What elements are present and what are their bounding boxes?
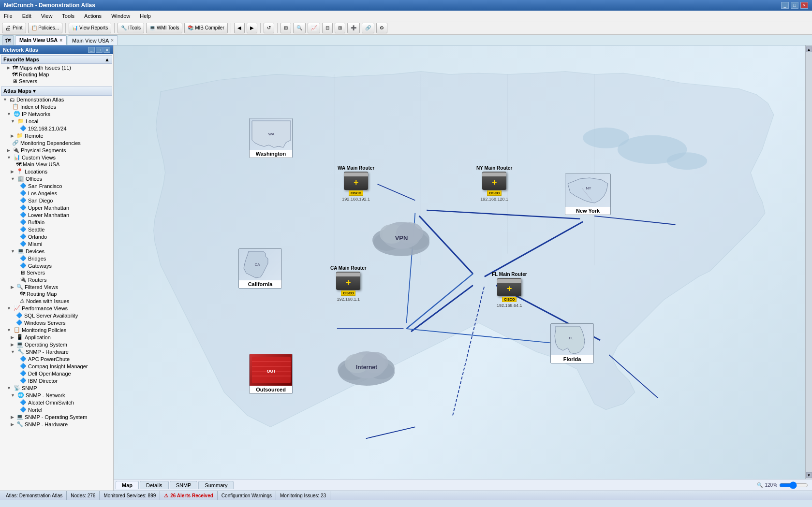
print-button[interactable]: 🖨 Print [2,23,26,33]
tab-details[interactable]: Details [140,481,169,489]
tab-close-1[interactable]: × [59,38,62,43]
close-button[interactable]: × [800,2,808,9]
tree-physical-segments[interactable]: ▶ 🔌 Physical Segments [1,146,112,154]
tab-close-2[interactable]: × [111,38,114,43]
refresh-button[interactable]: ↺ [264,23,274,33]
tree-apc[interactable]: 🔷 APC PowerChute [1,355,112,362]
tree-snmp-hardware[interactable]: ▼ 🔧 SNMP - Hardware [1,348,112,355]
tree-performance-views[interactable]: ▼ 📈 Performance Views [1,304,112,312]
tree-lower-manhattan[interactable]: 🔷 Lower Manhattan [1,211,112,218]
menu-actions[interactable]: Actions [82,12,103,20]
back-button[interactable]: ◀ [234,23,245,33]
tree-local[interactable]: ▼ 📁 Local [1,117,112,125]
tree-remote[interactable]: ▶ 📁 Remote [1,132,112,139]
tree-san-francisco[interactable]: 🔷 San Francisco [1,182,112,189]
tab-snmp[interactable]: SNMP [170,481,198,489]
tree-gateways[interactable]: 🔷 Gateways [1,262,112,269]
fl-router[interactable]: FL Main Router + CISCO 192.168.64.1 [492,272,527,308]
tree-subnet[interactable]: 🔷 192.168.21.0/24 [1,125,112,132]
washington-node[interactable]: WA Washington [249,118,293,158]
tree-index-nodes[interactable]: 📋 Index of Nodes [1,103,112,110]
tab-main-view-usa-2[interactable]: Main View USA × [68,35,118,45]
view-reports-button[interactable]: 📊 View Reports [69,23,111,33]
tree-ip-networks[interactable]: ▼ 🌐 IP Networks [1,110,112,117]
zoom-slider[interactable] [779,482,808,488]
link-button[interactable]: 🔗 [362,23,374,33]
menu-window[interactable]: Window [109,12,132,20]
menu-edit[interactable]: Edit [20,12,33,20]
maximize-button[interactable]: □ [791,2,798,9]
tree-custom-views[interactable]: ▼ 📊 Custom Views [1,154,112,161]
section-atlas-maps[interactable]: Atlas Maps ▾ [1,87,112,96]
tab-main-view-usa-1[interactable]: Main View USA × [15,35,67,45]
select-button[interactable]: ⊞ [281,23,291,33]
ca-router[interactable]: CA Main Router + CISCO 192.168.1.1 [330,265,367,302]
map-canvas[interactable]: WA Washington CA California [114,45,812,479]
tree-servers-item[interactable]: 🖥 Servers [1,269,112,276]
tree-routing-map-2[interactable]: 🗺 Routing Map [1,290,112,297]
wmi-tools-button[interactable]: 💻 WMI Tools [146,23,182,33]
tree-maps-with-issues[interactable]: ▶ 🗺 Maps with Issues (11) [1,64,112,71]
tree-ibm[interactable]: 🔷 IBM Director [1,377,112,384]
menu-tools[interactable]: Tools [60,12,76,20]
tree-monitoring-policies[interactable]: ▼ 📋 Monitoring Policies [1,326,112,333]
tree-orlando[interactable]: 🔷 Orlando [1,233,112,240]
tree-buffalo[interactable]: 🔷 Buffalo [1,218,112,226]
itools-button[interactable]: 🔧 ITools [118,23,144,33]
panel-minimize[interactable]: _ [88,47,95,53]
tree-sql-server[interactable]: 🔷 SQL Server Availability [1,312,112,319]
tree-upper-manhattan[interactable]: 🔷 Upper Manhattan [1,204,112,211]
tree-alcatel[interactable]: 🔷 Alcatel OmniSwitch [1,399,112,406]
tree-monitoring-deps[interactable]: 🔗 Monitoring Dependencies [1,139,112,146]
policies-button[interactable]: 📋 Policies... [28,23,63,33]
tree-routing-map[interactable]: 🗺 Routing Map [1,71,112,78]
tree-snmp-network[interactable]: ▼ 🌐 SNMP - Network [1,391,112,399]
outsourced-node[interactable]: OUT Outsourced [249,354,293,394]
menu-view[interactable]: View [39,12,55,20]
tree-demonstration-atlas[interactable]: ▼ 🗂 Demonstration Atlas [1,96,112,103]
tree-locations[interactable]: ▶ 📍 Locations [1,168,112,175]
vpn-cloud[interactable]: VPN [370,218,433,257]
tree-offices[interactable]: ▼ 🏢 Offices [1,175,112,182]
tree-snmp-os[interactable]: ▶ 💻 SNMP - Operating System [1,413,112,420]
tree-los-angeles[interactable]: 🔷 Los Angeles [1,189,112,197]
forward-button[interactable]: ▶ [247,23,257,33]
minimize-button[interactable]: _ [781,2,789,9]
tree-san-diego[interactable]: 🔷 San Diego [1,197,112,204]
tree-bridges[interactable]: 🔷 Bridges [1,255,112,262]
panel-close[interactable]: × [103,47,110,53]
wa-router[interactable]: WA Main Router + CISCO 192.168.192.1 [338,165,374,202]
section-favorite-maps[interactable]: Favorite Maps ▲ [1,55,112,64]
menu-help[interactable]: Help [138,12,153,20]
tree-application[interactable]: ▶ 📱 Application [1,333,112,341]
tree-filtered-views[interactable]: ▶ 🔍 Filtered Views [1,283,112,290]
settings-button[interactable]: ⚙ [376,23,387,33]
tab-map[interactable]: Map [116,481,139,489]
chart-button[interactable]: 📈 [308,23,320,33]
layout-button[interactable]: ⊞ [335,23,345,33]
florida-node[interactable]: FL Florida [550,323,594,363]
ny-router[interactable]: NY Main Router + CISCO 192.168.128.1 [476,165,512,202]
tree-miami[interactable]: 🔷 Miami [1,240,112,247]
map-scrollbar[interactable]: ▲ ▼ [805,45,812,479]
tree-seattle[interactable]: 🔷 Seattle [1,226,112,233]
tree-dell[interactable]: 🔷 Dell OpenManage [1,370,112,377]
internet-cloud[interactable]: Internet [335,348,398,387]
tab-summary[interactable]: Summary [198,481,234,489]
tree-nodes-issues[interactable]: ⚠ Nodes with Issues [1,297,112,304]
tree-snmp[interactable]: ▼ 📡 SNMP [1,384,112,391]
zoom-button[interactable]: 🔍 [293,23,306,33]
add-button[interactable]: ➕ [347,23,360,33]
tree-main-view-usa[interactable]: 🗺 Main View USA [1,161,112,168]
tree-servers[interactable]: 🖥 Servers [1,78,112,85]
california-node[interactable]: CA California [238,248,282,289]
tree-windows-servers[interactable]: 🔷 Windows Servers [1,319,112,326]
table-button[interactable]: ⊟ [322,23,333,33]
panel-maximize[interactable]: □ [96,47,103,53]
tree-devices[interactable]: ▼ 💻 Devices [1,247,112,255]
tree-compaq[interactable]: 🔷 Compaq Insight Manager [1,362,112,370]
tree-nortel[interactable]: 🔷 Nortel [1,406,112,413]
newyork-node[interactable]: NY New York [565,174,611,215]
menu-file[interactable]: File [2,12,15,20]
tree-operating-system[interactable]: ▶ 💻 Operating System [1,341,112,348]
